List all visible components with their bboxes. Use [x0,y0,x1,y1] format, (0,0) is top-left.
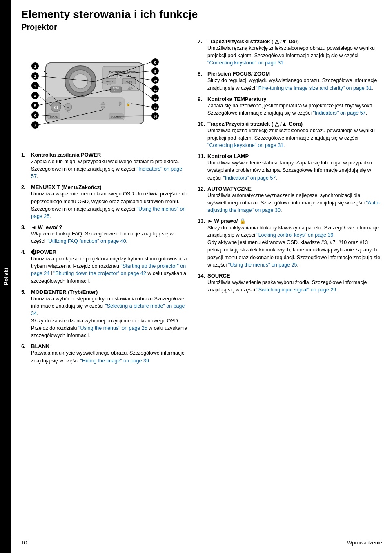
item-title-3: ◄ W lewo/ ? [31,224,188,230]
page-number: 10 [21,540,27,546]
item-desc-2: Umożliwia włączenie menu ekranowego OSD … [31,190,188,220]
list-item: 9. Kontrolka TEMPeratury Zapala się na c… [198,96,382,117]
item-desc-3: Włączenie funkcji FAQ. Szczegółowe infor… [31,230,188,245]
link-11[interactable]: "Indicators" on page 57 [223,175,276,181]
item-desc-11: Umożliwia wyświetlenie statusu lampy. Za… [207,159,382,181]
item-title-6: BLANK [31,343,188,349]
svg-text:3: 3 [34,84,36,88]
item-number-3: 3. [21,224,31,230]
item-number-9: 9. [198,96,207,102]
item-content-9: Kontrolka TEMPeratury Zapala się na czer… [207,96,382,117]
sidebar-label: Polski [3,267,9,285]
sidebar: Polski [0,0,11,553]
list-item: 5. MODE/ENTER (Tryb/Enter) Umożliwia wyb… [21,289,188,340]
svg-text:SOURCE: SOURCE [111,115,121,118]
link-4b[interactable]: "Shutting down the projector" on page 42 [53,271,146,276]
page-subtitle: Projektor [21,22,382,32]
link-2[interactable]: "Using the menus" on page 25 [31,206,186,219]
item-title-4: ⏻POWER [31,249,188,255]
svg-text:EXIT: EXIT [107,83,112,86]
link-5a[interactable]: "Selecting a picture mode" on page 34 [31,303,185,316]
content-columns: FOCUS ZOOM POWER TEMP LAMP MENU [21,38,382,369]
item-content-4: ⏻POWER Umożliwia przełączanie projektora… [31,249,188,285]
item-title-12: AUTOMATYCZNE [207,186,382,192]
link-10[interactable]: "Correcting keystone" on page 31 [207,142,283,148]
item-desc-8: Służy do regulacji wyglądu wyświetlanego… [207,77,382,91]
svg-text:6: 6 [34,113,36,118]
svg-point-11 [127,74,131,78]
svg-text:11: 11 [154,88,157,91]
svg-text:5: 5 [34,104,36,108]
svg-text:8: 8 [154,60,156,64]
left-column: FOCUS ZOOM POWER TEMP LAMP MENU [21,38,193,369]
item-desc-14: Umożliwia wyświetlenie paska wyboru źród… [207,279,382,293]
item-desc-4: Umożliwia przełączanie projektora między… [31,255,188,285]
list-item: 3. ◄ W lewo/ ? Włączenie funkcji FAQ. Sz… [21,224,188,245]
link-6[interactable]: "Hiding the image" on page 39 [80,358,149,364]
main-content: Elementy sterowania i ich funkcje Projek… [11,0,392,381]
svg-text:MENU: MENU [106,80,113,83]
list-item: 7. Trapez/Przyciski strzałek ( △ /▼ Dół)… [198,38,382,67]
projector-diagram: FOCUS ZOOM POWER TEMP LAMP MENU [21,38,168,144]
link-5b[interactable]: "Using the menus" on page 25 [78,325,147,331]
svg-text:🔒: 🔒 [126,102,130,106]
svg-text:ENTER: ENTER [113,89,120,92]
item-desc-5: Umożliwia wybór dostępnego trybu ustawia… [31,295,188,340]
item-content-8: Pierścień FOCUS/ ZOOM Służy do regulacji… [207,71,382,91]
page-footer: 10 Wprowadzenie [11,537,392,546]
link-8[interactable]: "Fine-tuning the image size and clarity"… [256,85,372,91]
svg-text:10: 10 [154,79,157,82]
item-content-3: ◄ W lewo/ ? Włączenie funkcji FAQ. Szcze… [31,224,188,245]
section-label: Wprowadzenie [347,540,382,546]
item-number-4: 4. [21,249,31,255]
items-list-right: 7. Trapez/Przyciski strzałek ( △ /▼ Dół)… [198,38,382,293]
item-content-10: Trapez/Przyciski strzałek ( △ /▲ Góra) U… [207,121,382,149]
link-13a[interactable]: "Locking control keys" on page 39 [256,232,333,238]
link-9[interactable]: "Indicators" on page 57 [313,110,365,116]
item-number-10: 10. [198,121,207,127]
list-item: 1. Kontrolka zasilania POWER Zapala się … [21,152,188,180]
item-title-5: MODE/ENTER (Tryb/Enter) [31,289,188,295]
svg-text:?: ? [67,111,69,113]
item-title-9: Kontrolka TEMPeratury [207,96,382,102]
item-number-13: 13. [198,218,207,224]
item-desc-10: Umożliwia ręczną korekcję zniekształcone… [207,127,382,149]
svg-text:14: 14 [154,115,157,118]
item-content-13: ► W prawo/ 🔒 Służy do uaktywniania bloka… [207,218,382,269]
item-title-10: Trapez/Przyciski strzałek ( △ /▲ Góra) [207,121,382,127]
svg-text:◄: ◄ [67,105,70,109]
item-content-1: Kontrolka zasilania POWER Zapala się lub… [31,152,188,180]
item-number-1: 1. [21,152,31,158]
item-content-6: BLANK Pozwala na ukrycie wyświetlanego o… [31,343,188,364]
link-14[interactable]: "Switching input signal" on page 29 [256,287,336,293]
item-desc-9: Zapala się na czerwono, jeśli temperatur… [207,102,382,117]
link-13b[interactable]: "Using the menus" on page 25 [228,262,297,268]
svg-text:4: 4 [34,94,36,98]
list-item: 13. ► W prawo/ 🔒 Służy do uaktywniania b… [198,218,382,269]
list-item: 11. Kontrolka LAMP Umożliwia wyświetleni… [198,153,382,181]
item-number-11: 11. [198,153,207,159]
item-number-7: 7. [198,38,207,44]
items-list-left: 1. Kontrolka zasilania POWER Zapala się … [21,152,188,364]
svg-text:1: 1 [34,64,36,69]
link-3[interactable]: "Utilizing FAQ function" on page 40 [47,238,126,244]
item-title-2: MENU/EXIT (Menu/Zakończ) [31,184,188,190]
list-item: 2. MENU/EXIT (Menu/Zakończ) Umożliwia wł… [21,184,188,220]
item-number-6: 6. [21,343,31,349]
item-desc-1: Zapala się lub miga, w przypadku wadliwe… [31,158,188,180]
svg-text:⏻: ⏻ [54,105,58,109]
projector-svg: FOCUS ZOOM POWER TEMP LAMP MENU [21,38,168,140]
link-7[interactable]: "Correcting keystone" on page 31 [207,60,283,66]
right-column: 7. Trapez/Przyciski strzałek ( △ /▼ Dół)… [193,38,382,369]
svg-text:13: 13 [154,106,157,109]
item-title-14: SOURCE [207,273,382,279]
item-desc-6: Pozwala na ukrycie wyświetlanego obrazu.… [31,349,188,364]
item-content-7: Trapez/Przyciski strzałek ( △ /▼ Dół) Um… [207,38,382,67]
svg-text:BLANK: BLANK [50,115,58,118]
link-12[interactable]: "Auto-adjusting the image" on page 30 [207,200,380,213]
svg-text:7: 7 [34,123,36,127]
list-item: 12. AUTOMATYCZNE Umożliwia automatyczne … [198,186,382,214]
list-item: 14. SOURCE Umożliwia wyświetlenie paska … [198,273,382,293]
item-title-11: Kontrolka LAMP [207,153,382,159]
link-1[interactable]: "Indicators" on page 57 [31,166,182,179]
